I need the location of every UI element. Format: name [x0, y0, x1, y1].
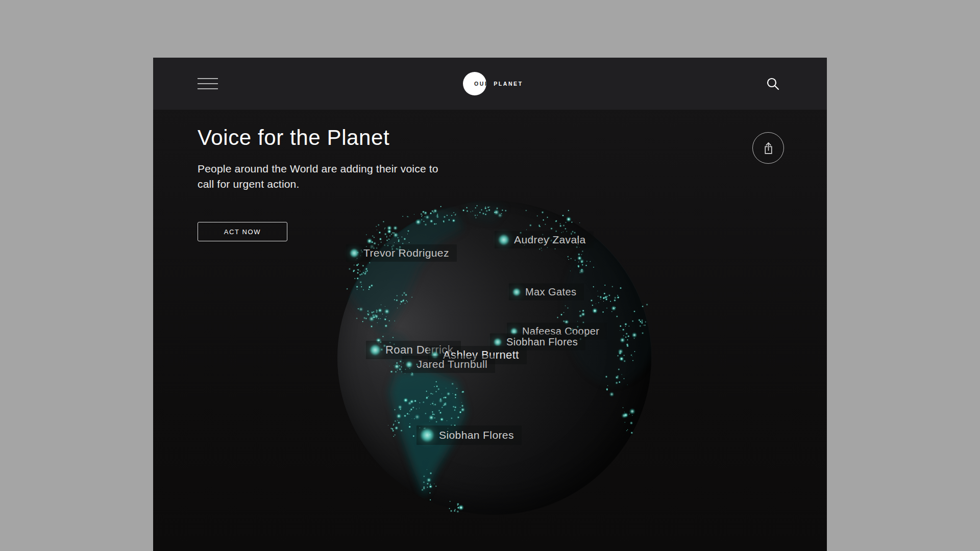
logo-wordmark: OURPLANET — [474, 81, 523, 87]
subtitle-line: call for urgent action. — [198, 177, 438, 192]
page-subtitle: People around the World are adding their… — [198, 161, 438, 192]
header: OURPLANET — [153, 58, 827, 110]
logo-text-our: OUR — [474, 81, 490, 87]
hamburger-icon — [198, 88, 218, 89]
hamburger-icon — [198, 83, 218, 84]
continents — [337, 202, 662, 497]
search-button[interactable] — [765, 76, 780, 91]
subtitle-line: People around the World are adding their… — [198, 161, 438, 177]
desktop: { "page": { "outer_bg": "#a5a5a5", "cont… — [0, 0, 980, 551]
page-title: Voice for the Planet — [198, 126, 389, 150]
share-button[interactable] — [752, 132, 784, 164]
search-icon — [765, 76, 780, 91]
menu-button[interactable] — [198, 78, 218, 89]
hamburger-icon — [198, 78, 218, 79]
logo[interactable]: OURPLANET — [463, 72, 545, 95]
share-icon — [762, 141, 775, 155]
site-page: Trevor RodriguezAudrey ZavalaMax GatesNa… — [153, 58, 827, 551]
act-now-button[interactable]: ACT NOW — [198, 222, 287, 241]
globe-city-lights — [337, 201, 651, 515]
logo-text-planet: PLANET — [494, 81, 523, 87]
